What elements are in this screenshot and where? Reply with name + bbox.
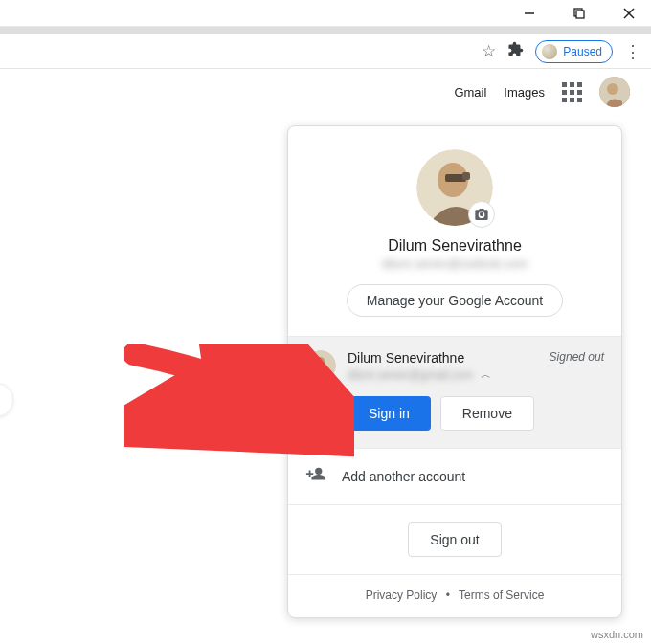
svg-point-12 [314,357,326,368]
terms-link[interactable]: Terms of Service [459,588,544,602]
images-link[interactable]: Images [504,85,545,100]
add-account-row[interactable]: Add another account [288,448,621,504]
profile-dot-icon [542,44,557,59]
other-accounts-section: Dilum Senevirathne dilum.senev@gmail.com… [288,336,621,448]
close-button[interactable] [613,2,645,25]
camera-badge-icon[interactable] [468,201,495,228]
avatar-wrapper [416,149,493,226]
paused-label: Paused [563,45,602,58]
manage-account-button[interactable]: Manage your Google Account [347,284,563,317]
tab-strip [0,27,651,34]
sign-in-button[interactable]: Sign in [348,396,431,431]
account-info: Dilum Senevirathne dilum.senev@gmail.com… [348,350,538,383]
profile-paused-pill[interactable]: Paused [535,40,613,63]
chevron-up-icon[interactable]: ︿ [481,367,491,382]
account-avatar-button[interactable] [599,77,630,107]
account-email: dilum.senev@gmail.com [348,368,473,382]
separator-dot: • [446,588,450,602]
profile-email: dilum.senev@outlook.com [303,256,606,271]
menu-kebab-icon[interactable]: ⋮ [624,41,641,62]
account-buttons: Sign in Remove [348,396,604,431]
window-titlebar [0,0,651,27]
account-popover: Dilum Senevirathne dilum.senev@outlook.c… [287,125,622,618]
privacy-link[interactable]: Privacy Policy [366,588,438,602]
minimize-button[interactable] [513,2,546,25]
bookmark-star-icon[interactable]: ☆ [482,41,496,61]
svg-rect-2 [576,11,584,18]
svg-point-6 [607,83,618,95]
account-name: Dilum Senevirathne [348,350,538,366]
gmail-link[interactable]: Gmail [454,85,486,100]
google-header: Gmail Images [0,69,651,115]
profile-name: Dilum Senevirathne [303,237,606,255]
sign-out-section: Sign out [288,504,621,574]
watermark: wsxdn.com [591,629,643,640]
nav-bubble[interactable] [0,383,13,417]
maximize-button[interactable] [563,2,595,25]
browser-toolbar: ☆ Paused ⋮ [0,34,651,69]
popover-footer: Privacy Policy • Terms of Service [288,574,621,617]
account-status: Signed out [550,350,604,364]
account-row[interactable]: Dilum Senevirathne dilum.senev@gmail.com… [305,350,604,383]
extensions-icon[interactable] [507,41,524,62]
account-avatar-small [305,350,336,381]
apps-grid-icon[interactable] [562,82,582,102]
add-person-icon [305,464,326,489]
remove-button[interactable]: Remove [440,396,534,431]
popover-profile-section: Dilum Senevirathne dilum.senev@outlook.c… [288,126,621,336]
add-account-label: Add another account [342,469,465,484]
sign-out-button[interactable]: Sign out [408,522,501,557]
svg-rect-10 [462,172,470,180]
